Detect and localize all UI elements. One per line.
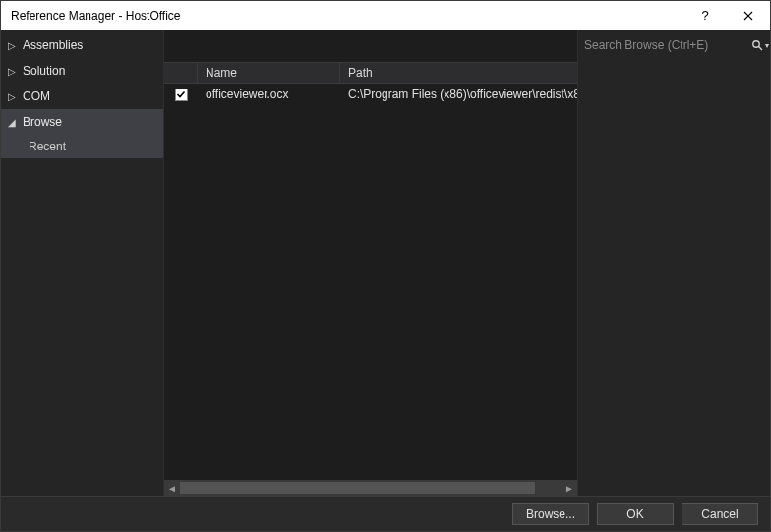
reference-list-panel: Name Path officeviewer.ocx C:\Program Fi… xyxy=(163,30,578,496)
column-header-check[interactable] xyxy=(164,63,198,83)
scroll-left-button[interactable]: ◄ xyxy=(164,480,180,496)
scroll-track[interactable] xyxy=(180,480,562,496)
row-path: C:\Program Files (x86)\officeviewer\redi… xyxy=(340,88,577,101)
sidebar-item-label: Solution xyxy=(23,64,65,78)
row-checkbox[interactable] xyxy=(175,89,188,101)
details-panel: ▾ xyxy=(578,30,770,496)
reference-manager-dialog: Reference Manager - HostOffice ? ▷ Assem… xyxy=(0,0,771,532)
sidebar-subitem-recent[interactable]: Recent xyxy=(1,135,163,158)
row-name: officeviewer.ocx xyxy=(198,88,340,101)
sidebar-subitem-label: Recent xyxy=(29,140,66,153)
sidebar-item-assemblies[interactable]: ▷ Assemblies xyxy=(1,32,163,58)
list-top-gap xyxy=(164,30,577,62)
chevron-right-icon: ▷ xyxy=(7,66,17,77)
horizontal-scrollbar[interactable]: ◄ ► xyxy=(164,480,577,496)
search-box[interactable]: ▾ xyxy=(578,30,771,60)
cancel-button[interactable]: Cancel xyxy=(682,503,758,525)
sidebar-item-com[interactable]: ▷ COM xyxy=(1,84,163,109)
dialog-footer: Browse... OK Cancel xyxy=(1,496,770,531)
sidebar-item-label: Assemblies xyxy=(23,38,83,52)
sidebar-item-label: COM xyxy=(23,89,50,103)
ok-button[interactable]: OK xyxy=(597,503,674,525)
close-icon xyxy=(743,11,753,21)
help-button[interactable]: ? xyxy=(683,1,727,30)
search-input[interactable] xyxy=(584,38,747,52)
list-body: officeviewer.ocx C:\Program Files (x86)\… xyxy=(164,84,577,480)
chevron-down-icon: ▾ xyxy=(765,41,769,50)
close-button[interactable] xyxy=(727,1,770,30)
sidebar-item-browse[interactable]: ◢ Browse xyxy=(1,109,163,135)
sidebar-item-label: Browse xyxy=(23,115,62,129)
scroll-thumb[interactable] xyxy=(180,482,535,494)
scroll-right-button[interactable]: ► xyxy=(562,480,577,496)
search-icon[interactable]: ▾ xyxy=(751,39,769,51)
browse-button[interactable]: Browse... xyxy=(512,503,589,525)
table-row[interactable]: officeviewer.ocx C:\Program Files (x86)\… xyxy=(164,84,577,105)
checkmark-icon xyxy=(176,89,186,99)
list-header: Name Path xyxy=(164,62,577,84)
chevron-right-icon: ▷ xyxy=(7,40,17,51)
sidebar-item-solution[interactable]: ▷ Solution xyxy=(1,58,163,84)
dialog-body: ▷ Assemblies ▷ Solution ▷ COM ◢ Browse R… xyxy=(1,30,770,496)
sidebar: ▷ Assemblies ▷ Solution ▷ COM ◢ Browse R… xyxy=(1,30,163,496)
row-checkbox-cell xyxy=(164,89,198,101)
column-header-name[interactable]: Name xyxy=(198,63,340,83)
chevron-down-icon: ◢ xyxy=(7,117,17,128)
chevron-right-icon: ▷ xyxy=(7,91,17,102)
svg-point-0 xyxy=(753,41,759,47)
titlebar: Reference Manager - HostOffice ? xyxy=(1,1,770,30)
window-title: Reference Manager - HostOffice xyxy=(11,9,683,23)
svg-line-1 xyxy=(759,47,762,50)
column-header-path[interactable]: Path xyxy=(340,63,577,83)
